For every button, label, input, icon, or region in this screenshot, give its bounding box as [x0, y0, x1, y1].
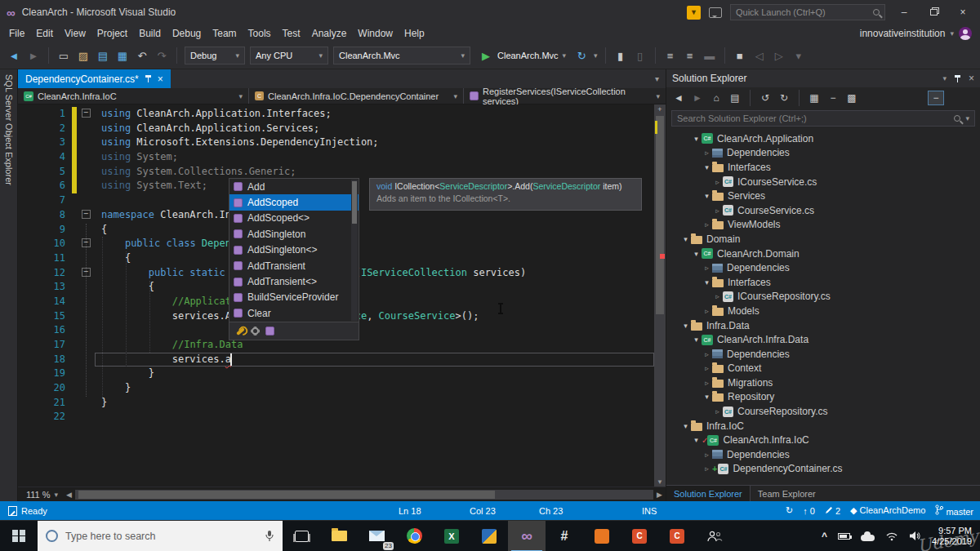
popup-scrollbar-thumb[interactable] — [352, 181, 357, 224]
microphone-icon[interactable] — [265, 530, 274, 542]
pin-panel-icon[interactable] — [954, 75, 961, 82]
completion-item-clear[interactable]: Clear — [229, 305, 359, 321]
breakpoint-margin[interactable] — [18, 165, 34, 180]
code-text[interactable]: { — [95, 251, 654, 266]
breakpoint-margin[interactable] — [18, 266, 34, 281]
close-panel-icon[interactable]: × — [969, 73, 974, 84]
tree-item-migrations[interactable]: ▹Migrations — [666, 375, 980, 390]
sync-icon[interactable]: ↻ — [786, 505, 793, 516]
bookmark-next-icon[interactable]: ▷ — [772, 50, 786, 62]
tab-team-explorer[interactable]: Team Explorer — [751, 486, 823, 501]
menu-help[interactable]: Help — [399, 26, 430, 41]
code-text[interactable]: services.AddScoped<ICourseService, Cours… — [95, 309, 654, 324]
wifi-icon[interactable] — [885, 531, 898, 541]
menu-tools[interactable]: Tools — [243, 26, 277, 41]
tree-item-icourseservice-cs[interactable]: ▹C#ICourseService.cs — [666, 175, 980, 189]
code-line-1[interactable]: 1−using CleanArch.Application.Interfaces… — [18, 107, 666, 122]
completion-item-buildserviceprovider[interactable]: BuildServiceProvider — [229, 290, 359, 305]
methods-filter-icon[interactable] — [265, 327, 274, 335]
start-debugging-button[interactable]: ▶ CleanArch.Mvc ▾ — [475, 50, 569, 62]
scroll-left-icon[interactable]: ◀ — [66, 491, 72, 499]
expand-arrow-icon[interactable]: ▹ — [702, 350, 712, 358]
notifications-flag-icon[interactable]: ▼ — [687, 6, 701, 20]
open-folder-icon[interactable]: ▨ — [76, 50, 91, 62]
more-tools-icon[interactable]: ▾ — [791, 50, 806, 62]
code-line-20[interactable]: 20 } — [18, 381, 666, 396]
menu-analyze[interactable]: Analyze — [306, 26, 353, 41]
navigate-back-icon[interactable]: ◄ — [7, 50, 21, 62]
tree-item-models[interactable]: ▹Models — [666, 304, 980, 318]
code-text[interactable]: } — [95, 396, 654, 411]
onedrive-cloud-icon[interactable] — [861, 535, 875, 541]
status-column[interactable]: Col 23 — [470, 501, 496, 520]
expand-arrow-icon[interactable]: ▹ — [702, 464, 712, 473]
collapse-arrow-icon[interactable]: ▾ — [680, 235, 691, 243]
quick-launch-input[interactable]: Quick Launch (Ctrl+Q) — [730, 4, 885, 20]
solution-explorer-header[interactable]: Solution Explorer ▾ × — [666, 69, 980, 87]
completion-item-addsingleton[interactable]: AddSingleton — [229, 226, 359, 242]
app-orange-button[interactable] — [583, 521, 621, 551]
collapse-arrow-icon[interactable]: ▾ — [702, 393, 712, 401]
solution-search-input[interactable]: Search Solution Explorer (Ctrl+;) ▾ — [671, 110, 975, 127]
menu-debug[interactable]: Debug — [167, 26, 207, 41]
project-dropdown[interactable]: C# CleanArch.Infra.IoC ▾ — [18, 88, 249, 104]
navigate-forward-icon[interactable]: ► — [26, 50, 41, 62]
code-text[interactable]: services.a — [95, 353, 654, 367]
completion-item-addscoped[interactable]: AddScoped — [229, 194, 359, 210]
code-text[interactable]: { — [95, 280, 654, 295]
code-line-2[interactable]: 2using CleanArch.Application.Services; — [18, 122, 666, 136]
mail-button[interactable]: 23 — [358, 521, 395, 551]
collapse-arrow-icon[interactable]: ▾ — [702, 163, 712, 171]
visual-studio-button[interactable]: ∞ — [508, 521, 546, 551]
code-editor[interactable]: 1−using CleanArch.Application.Interfaces… — [18, 104, 666, 487]
wrench-icon[interactable] — [236, 327, 245, 335]
popup-scrollbar[interactable] — [351, 180, 358, 321]
hscrollbar-thumb[interactable] — [78, 491, 495, 499]
close-tab-icon[interactable]: × — [158, 73, 163, 85]
split-editor-handle[interactable]: + — [655, 105, 665, 114]
breakpoint-margin[interactable] — [18, 122, 34, 136]
menu-view[interactable]: View — [59, 26, 91, 41]
collapse-region-icon[interactable]: − — [82, 109, 91, 118]
scroll-down-icon[interactable]: ▼ — [654, 478, 666, 486]
excel-button[interactable]: X — [433, 521, 470, 551]
code-line-21[interactable]: 21} — [18, 396, 666, 411]
completion-item-addscoped[interactable]: AddScoped<> — [229, 211, 359, 226]
breakpoint-margin[interactable] — [18, 295, 34, 309]
status-character[interactable]: Ch 23 — [539, 501, 563, 520]
collapse-arrow-icon[interactable]: ▾ — [680, 422, 691, 430]
tree-item-courserepository-cs[interactable]: ▹C#CourseRepository.cs — [666, 404, 980, 419]
collapse-arrow-icon[interactable]: ▾ — [702, 192, 712, 200]
app-button[interactable] — [470, 521, 508, 551]
breakpoint-margin[interactable] — [18, 237, 34, 251]
code-text[interactable]: //Infra.Data — [95, 338, 654, 353]
configuration-select[interactable]: Debug▾ — [185, 47, 245, 64]
line-style-icon[interactable]: ▬ — [702, 50, 717, 62]
tree-item-dependencies[interactable]: ▹Dependencies — [666, 260, 980, 275]
tree-item-dependencies[interactable]: ▹Dependencies — [666, 146, 980, 161]
tree-item-cleanarch-domain[interactable]: ▾C#CleanArch.Domain — [666, 247, 980, 261]
back-icon[interactable]: ◄ — [672, 92, 685, 104]
breakpoint-margin[interactable] — [18, 323, 34, 338]
undo-icon[interactable]: ↶ — [135, 50, 149, 62]
tree-item-dependencycontainer-cs[interactable]: ▹+C#DependencyContainer.cs — [666, 462, 980, 477]
status-line[interactable]: Ln 18 — [399, 501, 421, 520]
properties-icon[interactable]: ▩ — [845, 92, 858, 104]
account-avatar[interactable] — [959, 27, 972, 40]
code-text[interactable] — [95, 410, 654, 424]
tree-item-dependencies[interactable]: ▹Dependencies — [666, 347, 980, 362]
status-insert-mode[interactable]: INS — [642, 501, 657, 520]
menu-build[interactable]: Build — [133, 26, 167, 41]
indent-increase-icon[interactable]: ≡ — [683, 50, 697, 62]
code-text[interactable]: using CleanArch.Application.Interfaces; — [95, 107, 654, 122]
tree-item-dependencies[interactable]: ▹Dependencies — [666, 447, 980, 462]
breakpoint-margin[interactable] — [18, 367, 34, 381]
refresh-icon[interactable]: ↻ — [574, 50, 589, 62]
chrome-button[interactable] — [395, 521, 433, 551]
completion-item-add[interactable]: Add — [229, 179, 359, 194]
menu-test[interactable]: Test — [277, 26, 306, 41]
new-file-icon[interactable]: ▭ — [56, 50, 71, 62]
menu-team[interactable]: Team — [207, 26, 242, 41]
code-text[interactable]: public static void RegisterServices(ISer… — [95, 266, 654, 281]
code-line-22[interactable]: 22 — [18, 410, 666, 424]
